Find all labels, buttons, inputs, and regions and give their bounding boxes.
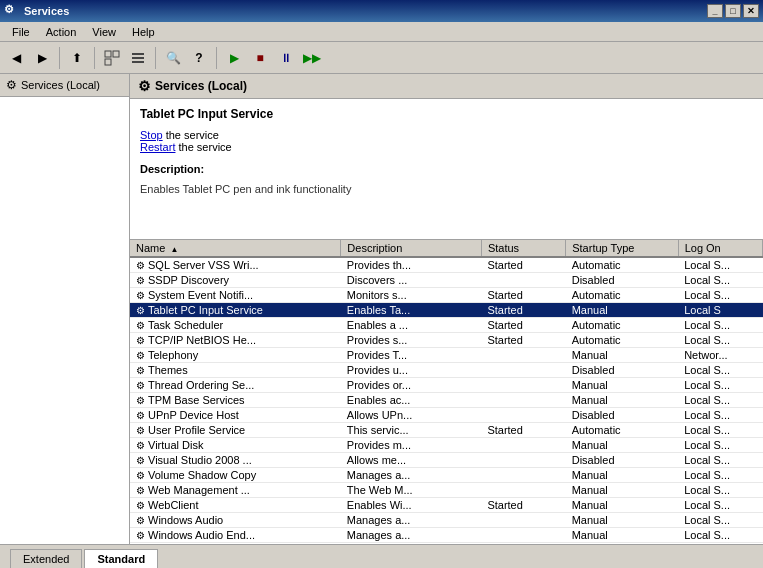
service-desc-cell: Enables Ta... bbox=[341, 303, 482, 318]
table-row[interactable]: ⚙System Event Notifi...Monitors s...Star… bbox=[130, 288, 763, 303]
service-name-cell: ⚙Telephony bbox=[130, 348, 341, 363]
service-logon-cell: Local S... bbox=[678, 333, 762, 348]
pause-button[interactable]: ⏸ bbox=[274, 46, 298, 70]
services-table-container[interactable]: Name ▲ Description Status Startup Type L… bbox=[130, 239, 763, 544]
service-status-cell bbox=[481, 453, 565, 468]
col-logon[interactable]: Log On bbox=[678, 240, 762, 257]
back-button[interactable]: ◀ bbox=[4, 46, 28, 70]
toolbar-sep-1 bbox=[59, 47, 60, 69]
services-local-icon: ⚙ bbox=[6, 78, 17, 92]
service-desc-cell: Allows me... bbox=[341, 453, 482, 468]
table-row[interactable]: ⚙Volume Shadow CopyManages a...ManualLoc… bbox=[130, 468, 763, 483]
service-status-cell: Started bbox=[481, 257, 565, 273]
service-startup-cell: Disabled bbox=[566, 453, 678, 468]
table-row[interactable]: ⚙Windows CardSpaceSecurely e...ManualLoc… bbox=[130, 543, 763, 545]
table-row[interactable]: ⚙SSDP DiscoveryDiscovers ...DisabledLoca… bbox=[130, 273, 763, 288]
service-startup-cell: Automatic bbox=[566, 423, 678, 438]
col-startup-type[interactable]: Startup Type bbox=[566, 240, 678, 257]
service-status-cell bbox=[481, 513, 565, 528]
table-row[interactable]: ⚙TPM Base ServicesEnables ac...ManualLoc… bbox=[130, 393, 763, 408]
table-row[interactable]: ⚙TCP/IP NetBIOS He...Provides s...Starte… bbox=[130, 333, 763, 348]
service-desc-cell: Manages a... bbox=[341, 528, 482, 543]
services-local-label[interactable]: Services (Local) bbox=[21, 79, 100, 91]
table-row[interactable]: ⚙ThemesProvides u...DisabledLocal S... bbox=[130, 363, 763, 378]
table-row[interactable]: ⚙UPnP Device HostAllows UPn...DisabledLo… bbox=[130, 408, 763, 423]
service-name-cell: ⚙SQL Server VSS Wri... bbox=[130, 257, 341, 273]
service-description: Enables Tablet PC pen and ink functional… bbox=[140, 183, 753, 195]
table-row[interactable]: ⚙Visual Studio 2008 ...Allows me...Disab… bbox=[130, 453, 763, 468]
table-row[interactable]: ⚙SQL Server VSS Wri...Provides th...Star… bbox=[130, 257, 763, 273]
service-logon-cell: Networ... bbox=[678, 348, 762, 363]
table-row[interactable]: ⚙Tablet PC Input ServiceEnables Ta...Sta… bbox=[130, 303, 763, 318]
table-row[interactable]: ⚙Windows Audio End...Manages a...ManualL… bbox=[130, 528, 763, 543]
svg-rect-5 bbox=[132, 61, 144, 63]
table-row[interactable]: ⚙Thread Ordering Se...Provides or...Manu… bbox=[130, 378, 763, 393]
service-desc-cell: Enables ac... bbox=[341, 393, 482, 408]
services-table: Name ▲ Description Status Startup Type L… bbox=[130, 240, 763, 544]
table-row[interactable]: ⚙Task SchedulerEnables a ...StartedAutom… bbox=[130, 318, 763, 333]
service-status-cell bbox=[481, 273, 565, 288]
menu-help[interactable]: Help bbox=[124, 24, 163, 40]
service-logon-cell: Local S... bbox=[678, 468, 762, 483]
service-name-cell: ⚙Virtual Disk bbox=[130, 438, 341, 453]
service-logon-cell: Local S... bbox=[678, 438, 762, 453]
service-name-cell: ⚙Task Scheduler bbox=[130, 318, 341, 333]
menu-bar: File Action View Help bbox=[0, 22, 763, 42]
forward-button[interactable]: ▶ bbox=[30, 46, 54, 70]
stop-service-link[interactable]: Stop bbox=[140, 129, 163, 141]
service-desc-cell: Manages a... bbox=[341, 513, 482, 528]
list-view-button[interactable] bbox=[126, 46, 150, 70]
menu-file[interactable]: File bbox=[4, 24, 38, 40]
tree-icon bbox=[104, 50, 120, 66]
service-name-cell: ⚙Thread Ordering Se... bbox=[130, 378, 341, 393]
service-desc-cell: Provides s... bbox=[341, 333, 482, 348]
service-status-cell bbox=[481, 438, 565, 453]
menu-view[interactable]: View bbox=[84, 24, 124, 40]
tab-standard[interactable]: Standard bbox=[84, 549, 158, 568]
table-row[interactable]: ⚙Windows AudioManages a...ManualLocal S.… bbox=[130, 513, 763, 528]
service-status-cell: Started bbox=[481, 318, 565, 333]
col-name[interactable]: Name ▲ bbox=[130, 240, 341, 257]
play-button[interactable]: ▶ bbox=[222, 46, 246, 70]
show-hide-tree-button[interactable] bbox=[100, 46, 124, 70]
restart-service-link[interactable]: Restart bbox=[140, 141, 175, 153]
service-desc-cell: Manages a... bbox=[341, 468, 482, 483]
service-status-cell bbox=[481, 468, 565, 483]
col-description[interactable]: Description bbox=[341, 240, 482, 257]
table-row[interactable]: ⚙TelephonyProvides T...ManualNetwor... bbox=[130, 348, 763, 363]
restart-service-text: the service bbox=[175, 141, 231, 153]
search-button[interactable]: 🔍 bbox=[161, 46, 185, 70]
service-status-cell bbox=[481, 528, 565, 543]
service-logon-cell: Local S... bbox=[678, 453, 762, 468]
service-startup-cell: Disabled bbox=[566, 363, 678, 378]
maximize-button[interactable]: □ bbox=[725, 4, 741, 18]
toolbar-sep-4 bbox=[216, 47, 217, 69]
right-panel-header: ⚙ Services (Local) bbox=[130, 74, 763, 99]
service-startup-cell: Automatic bbox=[566, 257, 678, 273]
stop-button[interactable]: ■ bbox=[248, 46, 272, 70]
table-row[interactable]: ⚙User Profile ServiceThis servic...Start… bbox=[130, 423, 763, 438]
service-name-cell: ⚙SSDP Discovery bbox=[130, 273, 341, 288]
table-row[interactable]: ⚙WebClientEnables Wi...StartedManualLoca… bbox=[130, 498, 763, 513]
service-status-cell bbox=[481, 543, 565, 545]
svg-rect-2 bbox=[105, 59, 111, 65]
service-startup-cell: Manual bbox=[566, 543, 678, 545]
menu-action[interactable]: Action bbox=[38, 24, 85, 40]
sort-arrow: ▲ bbox=[170, 245, 178, 254]
toolbar-sep-3 bbox=[155, 47, 156, 69]
svg-rect-0 bbox=[105, 51, 111, 57]
table-row[interactable]: ⚙Web Management ...The Web M...ManualLoc… bbox=[130, 483, 763, 498]
restart-button[interactable]: ▶▶ bbox=[300, 46, 324, 70]
service-status-cell bbox=[481, 378, 565, 393]
tab-extended[interactable]: Extended bbox=[10, 549, 82, 568]
right-panel-title: Services (Local) bbox=[155, 79, 247, 93]
table-row[interactable]: ⚙Virtual DiskProvides m...ManualLocal S.… bbox=[130, 438, 763, 453]
minimize-button[interactable]: _ bbox=[707, 4, 723, 18]
close-button[interactable]: ✕ bbox=[743, 4, 759, 18]
col-status[interactable]: Status bbox=[481, 240, 565, 257]
help-button[interactable]: ? bbox=[187, 46, 211, 70]
service-name-cell: ⚙TPM Base Services bbox=[130, 393, 341, 408]
service-startup-cell: Manual bbox=[566, 438, 678, 453]
up-button[interactable]: ⬆ bbox=[65, 46, 89, 70]
service-logon-cell: Local S... bbox=[678, 257, 762, 273]
